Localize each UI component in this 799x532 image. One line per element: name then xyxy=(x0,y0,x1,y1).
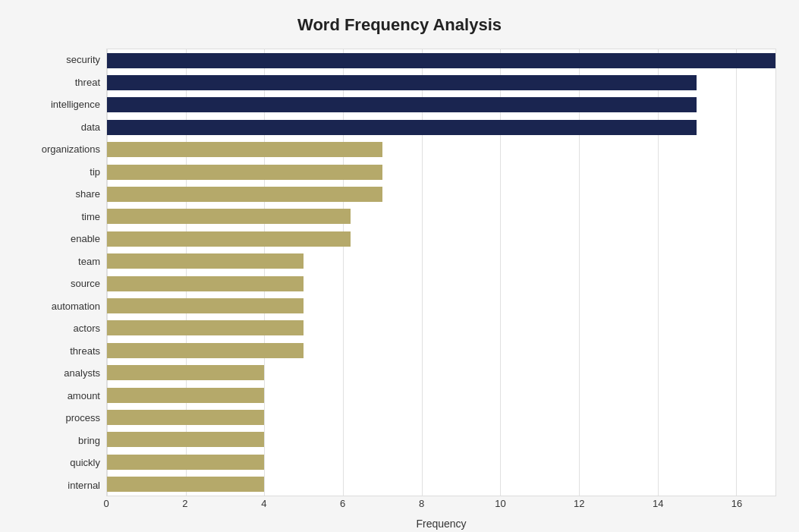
bar xyxy=(107,410,264,425)
bar-row xyxy=(107,118,775,137)
bars-section xyxy=(106,49,776,496)
y-label: data xyxy=(81,116,100,137)
y-label: analysts xyxy=(64,363,100,384)
y-label: internal xyxy=(68,474,100,496)
bar-row xyxy=(107,296,775,316)
bar-row xyxy=(107,251,775,271)
bar-row xyxy=(107,363,775,382)
bar-row xyxy=(107,73,775,93)
x-tick: 14 xyxy=(650,498,665,509)
bar-row xyxy=(107,318,775,338)
y-label: source xyxy=(71,273,100,294)
bar-row xyxy=(107,430,775,449)
bar-row xyxy=(107,408,775,427)
bar xyxy=(107,477,264,492)
bar-row xyxy=(107,386,775,405)
x-axis-label: Frequency xyxy=(106,518,776,530)
y-label: process xyxy=(65,408,100,429)
bar-row xyxy=(107,474,775,494)
x-tick: 6 xyxy=(335,498,351,509)
y-label: time xyxy=(81,206,100,227)
bar xyxy=(107,75,697,90)
bar xyxy=(107,298,304,313)
y-label: tip xyxy=(90,161,100,182)
bar-row xyxy=(107,184,775,204)
chart-container: Word Frequency Analysis securitythreatin… xyxy=(0,0,799,532)
bar-row xyxy=(107,162,775,182)
x-tick: 0 xyxy=(99,498,114,509)
bar xyxy=(107,209,351,224)
bar-row xyxy=(107,206,775,226)
y-label: automation xyxy=(52,295,100,316)
bar xyxy=(107,53,775,68)
x-tick: 4 xyxy=(256,498,272,509)
bar-row xyxy=(107,229,775,249)
x-axis: 0246810121416 xyxy=(106,498,776,515)
bar xyxy=(107,343,304,358)
chart-title: Word Frequency Analysis xyxy=(23,15,776,35)
bar xyxy=(107,187,382,202)
bar xyxy=(107,165,382,180)
x-tick: 8 xyxy=(414,498,429,509)
bar-row xyxy=(107,341,775,360)
y-label: quickly xyxy=(70,452,100,474)
y-label: actors xyxy=(74,318,100,339)
bar-row xyxy=(107,274,775,294)
y-label: enable xyxy=(71,228,100,250)
y-label: threat xyxy=(75,71,100,93)
bar-row xyxy=(107,51,775,71)
y-labels: securitythreatintelligencedataorganizati… xyxy=(23,49,106,496)
x-tick: 12 xyxy=(571,498,587,509)
bar xyxy=(107,231,351,247)
bar xyxy=(107,432,264,447)
y-label: organizations xyxy=(42,139,100,160)
bar xyxy=(107,120,697,135)
bar xyxy=(107,276,304,291)
bar-row xyxy=(107,95,775,115)
bar xyxy=(107,365,264,380)
bar-row xyxy=(107,140,775,159)
x-tick: 2 xyxy=(178,498,193,509)
y-label: security xyxy=(66,49,100,71)
bar xyxy=(107,97,697,112)
y-label: share xyxy=(75,184,100,205)
y-label: team xyxy=(78,250,100,272)
bar xyxy=(107,320,304,335)
x-tick: 10 xyxy=(492,498,508,509)
y-label: amount xyxy=(68,385,100,406)
bar xyxy=(107,142,382,157)
bar xyxy=(107,455,264,470)
y-label: intelligence xyxy=(51,94,100,115)
bar xyxy=(107,388,264,403)
bar-row xyxy=(107,452,775,472)
y-label: bring xyxy=(78,430,100,451)
x-tick: 16 xyxy=(729,498,744,509)
y-label: threats xyxy=(70,340,100,361)
bar xyxy=(107,253,304,269)
chart-area: securitythreatintelligencedataorganizati… xyxy=(23,49,776,496)
